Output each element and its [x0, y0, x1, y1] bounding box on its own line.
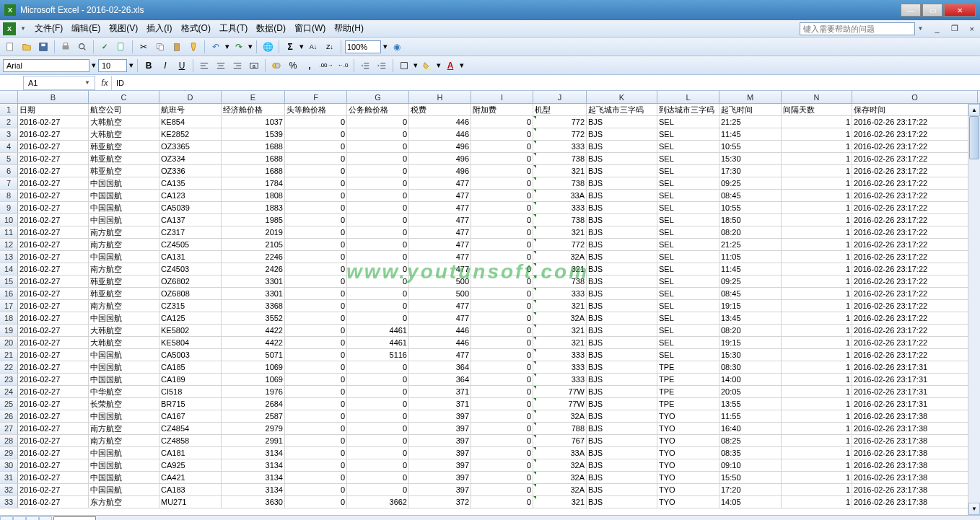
- cell[interactable]: 1985: [222, 214, 285, 226]
- cell[interactable]: 772: [533, 239, 587, 250]
- cell[interactable]: 321: [533, 300, 587, 312]
- cell[interactable]: 3134: [222, 447, 285, 459]
- cell[interactable]: 321: [533, 165, 587, 177]
- cell[interactable]: 中国国航: [89, 349, 159, 361]
- align-left-button[interactable]: [197, 58, 211, 73]
- cell[interactable]: 2684: [222, 398, 285, 410]
- redo-dropdown-icon[interactable]: ▾: [248, 42, 253, 51]
- cell[interactable]: 0: [471, 423, 533, 434]
- row-header[interactable]: 8: [0, 190, 18, 201]
- cell[interactable]: BJS: [587, 276, 657, 287]
- cell[interactable]: 364: [409, 361, 471, 373]
- cell[interactable]: 4422: [222, 325, 285, 336]
- cell[interactable]: 中华航空: [89, 386, 159, 397]
- cell[interactable]: 0: [285, 300, 347, 312]
- cell[interactable]: 09:10: [719, 459, 782, 471]
- cell[interactable]: 0: [471, 141, 533, 152]
- cell[interactable]: 2016-02-26 23:17:31: [852, 398, 978, 410]
- cell[interactable]: 3134: [222, 472, 285, 483]
- cell[interactable]: 321: [533, 496, 587, 508]
- cell[interactable]: 333: [533, 141, 587, 152]
- cell[interactable]: CZ4858: [159, 435, 222, 446]
- cell[interactable]: 0: [285, 202, 347, 213]
- cell[interactable]: 韩亚航空: [89, 153, 159, 164]
- cell[interactable]: 0: [347, 472, 409, 483]
- cell[interactable]: 2016-02-26 23:17:22: [852, 190, 978, 201]
- borders-button[interactable]: [397, 58, 411, 73]
- cell[interactable]: TYO: [657, 484, 719, 495]
- cell[interactable]: CA5039: [159, 202, 222, 213]
- cell[interactable]: 2016-02-26 23:17:22: [852, 165, 978, 177]
- scroll-down-button[interactable]: ▼: [968, 503, 980, 515]
- cell[interactable]: BJS: [587, 177, 657, 189]
- cell[interactable]: 大韩航空: [89, 128, 159, 140]
- cell[interactable]: 3134: [222, 459, 285, 471]
- cell[interactable]: 446: [409, 325, 471, 336]
- cell[interactable]: CZ4505: [159, 239, 222, 250]
- cell[interactable]: 477: [409, 300, 471, 312]
- cell[interactable]: 1: [782, 251, 852, 263]
- cell[interactable]: 1976: [222, 386, 285, 397]
- cell[interactable]: 中国国航: [89, 202, 159, 213]
- cell[interactable]: SEL: [657, 263, 719, 275]
- cell[interactable]: 1: [782, 496, 852, 508]
- cell[interactable]: BJS: [587, 325, 657, 336]
- cell[interactable]: 0: [471, 386, 533, 397]
- row-header[interactable]: 21: [0, 349, 18, 361]
- cell[interactable]: 0: [471, 398, 533, 410]
- cell[interactable]: 33A: [533, 447, 587, 459]
- row-header[interactable]: 22: [0, 361, 18, 373]
- cell[interactable]: 477: [409, 239, 471, 250]
- cell[interactable]: 1539: [222, 128, 285, 140]
- cell[interactable]: 0: [285, 190, 347, 201]
- cell[interactable]: 1883: [222, 202, 285, 213]
- cell[interactable]: 2105: [222, 239, 285, 250]
- cell[interactable]: OZ334: [159, 153, 222, 164]
- cell[interactable]: 500: [409, 276, 471, 287]
- cell[interactable]: BJS: [587, 435, 657, 446]
- align-center-button[interactable]: [214, 58, 228, 73]
- cell[interactable]: 0: [347, 361, 409, 373]
- cell[interactable]: 477: [409, 226, 471, 238]
- col-header-C[interactable]: C: [89, 91, 159, 103]
- cell[interactable]: 中国国航: [89, 312, 159, 324]
- scroll-thumb[interactable]: [969, 116, 979, 159]
- cell[interactable]: 11:45: [719, 263, 782, 275]
- cell[interactable]: 3134: [222, 484, 285, 495]
- cell[interactable]: CZ4854: [159, 423, 222, 434]
- cell[interactable]: 772: [533, 116, 587, 128]
- currency-button[interactable]: [269, 58, 284, 73]
- cell[interactable]: 16:40: [719, 423, 782, 434]
- cell[interactable]: 0: [347, 251, 409, 263]
- cell[interactable]: BJS: [587, 263, 657, 275]
- font-size-select[interactable]: [98, 59, 127, 72]
- cell[interactable]: 2016-02-27: [18, 153, 89, 164]
- cell[interactable]: 08:20: [719, 226, 782, 238]
- cell[interactable]: 1: [782, 153, 852, 164]
- cell[interactable]: 397: [409, 435, 471, 446]
- row-header[interactable]: 20: [0, 337, 18, 348]
- cell[interactable]: 1: [782, 288, 852, 299]
- align-right-button[interactable]: [230, 58, 245, 73]
- cell[interactable]: TPE: [657, 361, 719, 373]
- cell[interactable]: 2016-02-26 23:17:22: [852, 325, 978, 336]
- cell[interactable]: 1: [782, 214, 852, 226]
- fill-color-button[interactable]: [420, 58, 434, 73]
- cell[interactable]: 1037: [222, 116, 285, 128]
- cell[interactable]: 1: [782, 312, 852, 324]
- cell[interactable]: SEL: [657, 276, 719, 287]
- cell[interactable]: 397: [409, 459, 471, 471]
- row-header[interactable]: 23: [0, 374, 18, 385]
- cell[interactable]: 0: [285, 214, 347, 226]
- cell[interactable]: 2426: [222, 263, 285, 275]
- cell[interactable]: BJS: [587, 153, 657, 164]
- cell[interactable]: 17:20: [719, 484, 782, 495]
- cell[interactable]: 0: [471, 447, 533, 459]
- cell[interactable]: 17:30: [719, 165, 782, 177]
- cell[interactable]: 2016-02-27: [18, 288, 89, 299]
- cell[interactable]: 1: [782, 276, 852, 287]
- cell[interactable]: 0: [285, 177, 347, 189]
- help-button[interactable]: ◉: [390, 40, 404, 54]
- cell[interactable]: 公务舱价格: [347, 104, 409, 115]
- cell[interactable]: 0: [347, 263, 409, 275]
